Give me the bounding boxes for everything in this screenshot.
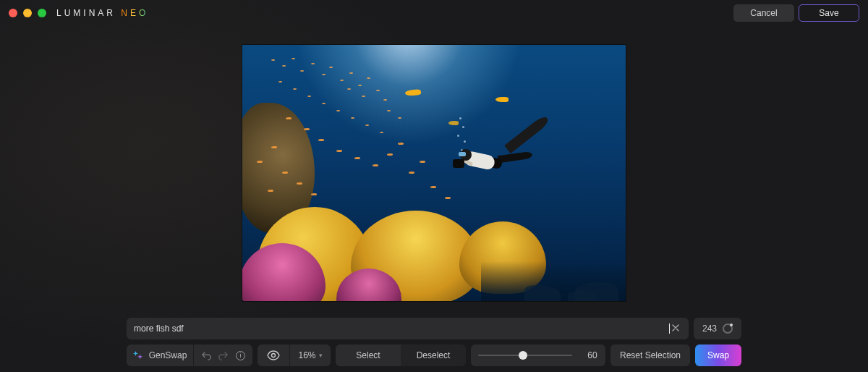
prompt-bar bbox=[127, 318, 689, 339]
slider-thumb[interactable] bbox=[519, 351, 527, 360]
cancel-button-label: Cancel bbox=[750, 8, 777, 18]
save-button-label: Save bbox=[819, 8, 838, 18]
app-name: LUMINAR bbox=[56, 8, 116, 18]
zoom-dropdown[interactable]: 16% ▾ bbox=[290, 344, 331, 366]
window-controls bbox=[9, 9, 46, 17]
close-icon bbox=[671, 324, 680, 332]
chevron-down-icon: ▾ bbox=[319, 352, 323, 359]
prompt-input[interactable] bbox=[134, 324, 670, 334]
diver bbox=[456, 139, 510, 182]
svg-point-0 bbox=[272, 354, 276, 358]
save-button[interactable]: Save bbox=[799, 4, 859, 22]
reset-selection-button[interactable]: Reset Selection bbox=[610, 344, 690, 366]
swap-button[interactable]: Swap bbox=[695, 344, 741, 366]
reset-selection-label: Reset Selection bbox=[620, 350, 681, 360]
minimize-window-button[interactable] bbox=[23, 9, 32, 17]
history-controls: i bbox=[194, 344, 252, 366]
title-bar: LUMINAR NEO Cancel Save bbox=[0, 0, 868, 26]
prompt-row: 243 bbox=[127, 318, 741, 339]
deselect-button[interactable]: Deselect bbox=[401, 344, 466, 366]
select-label: Select bbox=[356, 350, 380, 360]
app-name-suffix: NEO bbox=[121, 8, 148, 18]
counter-value: 243 bbox=[702, 324, 717, 334]
genswap-group: GenSwap i bbox=[127, 344, 252, 366]
brush-size-value: 60 bbox=[587, 350, 597, 360]
fish bbox=[448, 121, 459, 125]
sparkle-icon bbox=[133, 350, 143, 360]
app-logo: LUMINAR NEO bbox=[56, 8, 148, 18]
view-group: 16% ▾ bbox=[258, 344, 331, 366]
header-actions: Cancel Save bbox=[733, 4, 859, 22]
image-preview[interactable] bbox=[242, 45, 626, 301]
canvas-area bbox=[0, 45, 868, 301]
bottom-panel: 243 GenSwap i bbox=[127, 318, 741, 366]
deselect-label: Deselect bbox=[417, 350, 451, 360]
cancel-button[interactable]: Cancel bbox=[733, 4, 794, 22]
undo-button[interactable] bbox=[201, 350, 211, 360]
info-button[interactable]: i bbox=[236, 351, 245, 360]
swap-label: Swap bbox=[707, 350, 729, 360]
slider-track bbox=[478, 355, 572, 356]
brush-size-group: 60 bbox=[471, 344, 605, 366]
fish bbox=[495, 97, 509, 102]
maximize-window-button[interactable] bbox=[38, 9, 46, 17]
token-counter: 243 bbox=[694, 318, 741, 339]
eye-icon bbox=[267, 350, 280, 360]
genswap-label: GenSwap bbox=[149, 350, 187, 360]
clear-prompt-button[interactable] bbox=[670, 323, 681, 334]
rock bbox=[575, 282, 618, 301]
progress-ring-icon bbox=[723, 324, 733, 334]
tools-row: GenSwap i bbox=[127, 344, 741, 366]
close-window-button[interactable] bbox=[9, 9, 17, 17]
zoom-value: 16% bbox=[298, 350, 315, 360]
preview-toggle[interactable] bbox=[258, 344, 289, 366]
reset-group: Reset Selection bbox=[610, 344, 690, 366]
select-button[interactable]: Select bbox=[336, 344, 401, 366]
info-icon: i bbox=[240, 352, 242, 360]
redo-button[interactable] bbox=[218, 350, 229, 360]
selection-group: Select Deselect bbox=[336, 344, 466, 366]
brush-size-value-seg: 60 bbox=[579, 344, 605, 366]
genswap-label-seg: GenSwap bbox=[127, 344, 193, 366]
brush-slider[interactable] bbox=[471, 344, 579, 366]
